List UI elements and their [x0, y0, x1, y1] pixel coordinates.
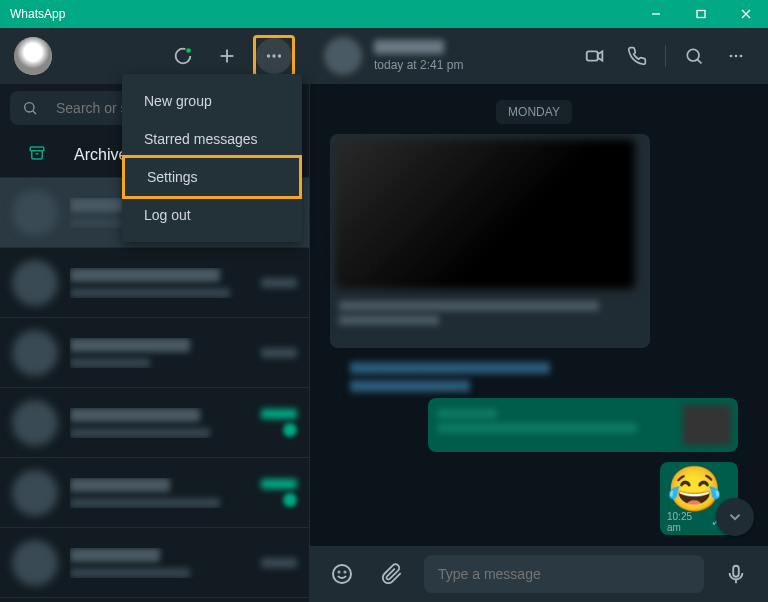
message-input[interactable]	[438, 566, 690, 582]
svg-point-16	[687, 49, 699, 61]
chat-header[interactable]: today at 2:41 pm	[310, 28, 768, 84]
chat-avatar	[12, 400, 58, 446]
svg-point-18	[730, 55, 733, 58]
message-thumbnail	[683, 405, 731, 445]
emoji-picker-icon[interactable]	[324, 556, 360, 592]
svg-line-17	[697, 59, 701, 63]
new-chat-icon[interactable]	[209, 38, 245, 74]
chat-item[interactable]	[0, 318, 309, 388]
video-call-icon[interactable]	[577, 38, 613, 74]
app-name: WhatsApp	[10, 7, 65, 21]
chat-header-avatar	[324, 37, 362, 75]
svg-rect-15	[587, 51, 598, 60]
window-close-button[interactable]	[723, 0, 768, 28]
svg-point-19	[735, 55, 738, 58]
titlebar: WhatsApp	[0, 0, 768, 28]
main-menu-dropdown: New group Starred messages Settings Log …	[122, 74, 302, 242]
messages-area[interactable]: MONDAY 😂 10:25 am ✓✓	[310, 84, 768, 546]
chat-item[interactable]	[0, 528, 309, 598]
menu-new-group[interactable]: New group	[122, 82, 302, 120]
svg-point-8	[267, 54, 270, 57]
svg-point-5	[186, 48, 191, 53]
svg-point-22	[339, 572, 340, 573]
svg-point-21	[333, 565, 351, 583]
search-icon	[22, 100, 38, 116]
svg-rect-13	[30, 147, 44, 151]
menu-starred[interactable]: Starred messages	[122, 120, 302, 158]
day-label: MONDAY	[330, 100, 738, 124]
status-icon[interactable]	[165, 38, 201, 74]
svg-point-9	[272, 54, 275, 57]
profile-avatar[interactable]	[14, 37, 52, 75]
archive-icon	[28, 144, 46, 166]
svg-rect-24	[733, 566, 739, 577]
svg-point-23	[345, 572, 346, 573]
chat-item[interactable]	[0, 598, 309, 602]
chat-header-status: today at 2:41 pm	[374, 58, 565, 72]
svg-point-10	[278, 54, 281, 57]
chat-menu-icon[interactable]	[718, 38, 754, 74]
chat-item[interactable]	[0, 248, 309, 318]
chat-header-name	[374, 40, 444, 54]
svg-point-20	[740, 55, 743, 58]
attach-icon[interactable]	[374, 556, 410, 592]
chat-avatar	[12, 540, 58, 586]
window-maximize-button[interactable]	[678, 0, 723, 28]
menu-settings[interactable]: Settings	[122, 155, 302, 199]
chat-avatar	[12, 260, 58, 306]
svg-point-11	[25, 103, 34, 112]
mic-icon[interactable]	[718, 556, 754, 592]
svg-line-12	[33, 111, 36, 114]
chat-search-icon[interactable]	[676, 38, 712, 74]
chat-avatar	[12, 190, 58, 236]
message-image[interactable]	[335, 139, 635, 289]
chat-avatar	[12, 330, 58, 376]
chat-panel: today at 2:41 pm MONDAY	[310, 28, 768, 602]
message-time: 10:25 am	[667, 511, 708, 533]
menu-icon[interactable]	[256, 38, 292, 74]
chat-item[interactable]	[0, 458, 309, 528]
message-link[interactable]	[350, 380, 470, 392]
chat-avatar	[12, 470, 58, 516]
outgoing-message[interactable]	[428, 398, 738, 452]
window-minimize-button[interactable]	[633, 0, 678, 28]
header-divider	[665, 45, 666, 67]
scroll-down-button[interactable]	[716, 498, 754, 536]
menu-logout[interactable]: Log out	[122, 196, 302, 234]
voice-call-icon[interactable]	[619, 38, 655, 74]
message-link[interactable]	[350, 362, 550, 374]
incoming-message[interactable]	[330, 134, 650, 348]
composer-input-wrap[interactable]	[424, 555, 704, 593]
svg-rect-1	[697, 11, 705, 18]
composer	[310, 546, 768, 602]
chat-item[interactable]	[0, 388, 309, 458]
